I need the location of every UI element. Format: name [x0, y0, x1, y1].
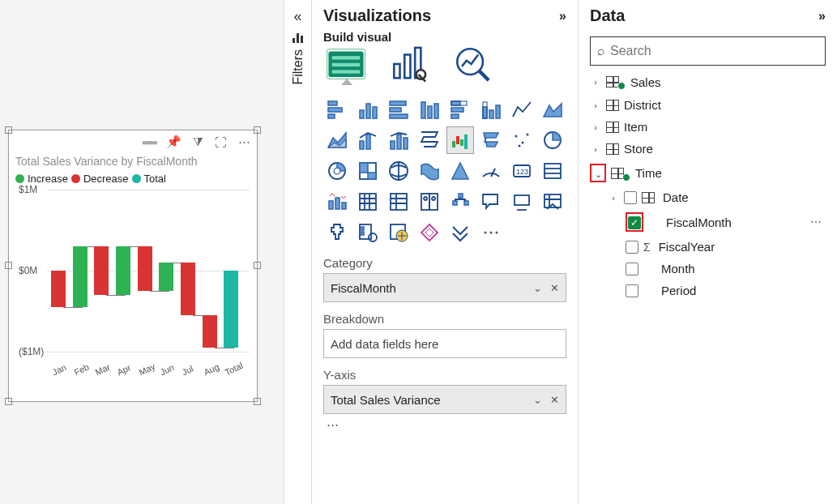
column-row[interactable]: ✓FiscalMonth⋯ — [590, 212, 826, 232]
waterfall-bar[interactable] — [224, 190, 238, 352]
column-row[interactable]: ›Date — [590, 190, 826, 204]
waterfall-bar[interactable] — [203, 190, 217, 352]
column-row[interactable]: Period — [590, 284, 826, 297]
data-search-box[interactable]: ⌕ — [590, 36, 826, 66]
chevron-down-icon[interactable]: ⌄ — [533, 394, 542, 406]
data-search-input[interactable] — [610, 44, 818, 58]
chevron-right-icon[interactable]: › — [608, 193, 619, 203]
tab-analytics[interactable] — [453, 49, 492, 79]
viz-type-button[interactable] — [477, 219, 505, 246]
chevron-right-icon[interactable]: › — [590, 77, 601, 87]
viz-type-button[interactable] — [323, 219, 351, 246]
viz-type-button[interactable] — [539, 157, 566, 185]
resize-handle-sw[interactable] — [5, 398, 12, 405]
column-row[interactable]: Month — [590, 262, 826, 275]
viz-type-button[interactable] — [477, 157, 505, 185]
viz-type-button[interactable] — [354, 188, 382, 216]
table-row[interactable]: ›District — [590, 98, 826, 112]
field-checkbox[interactable] — [626, 284, 638, 297]
viz-type-button[interactable] — [508, 96, 536, 123]
visual-drilldown-icon[interactable]: ══ — [143, 135, 155, 149]
viz-type-button[interactable] — [477, 96, 505, 123]
field-checkbox[interactable] — [626, 241, 638, 254]
table-row[interactable]: ›Store — [590, 142, 826, 156]
viz-type-button[interactable] — [323, 126, 351, 154]
viz-type-button[interactable] — [477, 188, 505, 216]
tab-build-visual[interactable] — [327, 49, 365, 79]
breakdown-field-well[interactable]: Add data fields here — [323, 329, 566, 358]
resize-handle-nw[interactable] — [5, 126, 12, 134]
report-canvas[interactable]: ══ 📌 ⧩ ⛶ ⋯ Total Sales Variance by Fisca… — [0, 0, 284, 504]
more-options-icon[interactable]: ⋯ — [323, 417, 566, 432]
legend-label: Increase — [28, 173, 68, 185]
viz-type-button[interactable] — [385, 126, 412, 154]
viz-type-button[interactable] — [385, 219, 412, 246]
waterfall-bar[interactable] — [73, 190, 88, 352]
viz-type-button[interactable] — [354, 96, 382, 123]
viz-type-button[interactable] — [416, 157, 443, 185]
viz-type-button[interactable] — [323, 96, 351, 123]
resize-handle-ne[interactable] — [254, 126, 261, 134]
filters-pane-collapsed[interactable]: « Filters — [284, 0, 312, 504]
waterfall-visual[interactable]: ══ 📌 ⧩ ⛶ ⋯ Total Sales Variance by Fisca… — [8, 130, 258, 402]
viz-type-button[interactable] — [323, 157, 351, 185]
visual-pin-icon[interactable]: 📌 — [166, 135, 181, 149]
visual-focus-icon[interactable]: ⛶ — [215, 135, 227, 149]
visual-more-icon[interactable]: ⋯ — [238, 135, 250, 149]
resize-handle-e[interactable] — [254, 262, 261, 269]
waterfall-bar[interactable] — [116, 190, 130, 352]
field-checkbox[interactable] — [626, 263, 638, 275]
viz-type-button[interactable] — [446, 96, 474, 123]
chevron-right-icon[interactable]: › — [590, 122, 601, 132]
table-row[interactable]: ›Item — [590, 120, 826, 134]
waterfall-bar[interactable] — [159, 190, 173, 352]
viz-type-button[interactable] — [385, 96, 412, 123]
viz-type-button[interactable] — [539, 188, 566, 216]
resize-handle-se[interactable] — [254, 398, 261, 405]
table-row[interactable]: ›Sales — [590, 74, 826, 90]
collapse-data-icon[interactable]: » — [818, 9, 826, 23]
resize-handle-w[interactable] — [5, 262, 12, 269]
chevron-down-icon[interactable]: ⌄ — [592, 169, 604, 180]
table-row[interactable]: ⌄Time — [590, 164, 826, 182]
visual-filter-icon[interactable]: ⧩ — [193, 135, 203, 149]
field-checkbox[interactable] — [624, 191, 637, 204]
viz-type-button[interactable] — [446, 157, 474, 185]
viz-type-button[interactable] — [323, 188, 351, 216]
viz-type-button[interactable] — [446, 219, 474, 246]
viz-type-button[interactable] — [354, 157, 382, 185]
remove-field-icon[interactable]: ✕ — [550, 394, 559, 406]
viz-type-button[interactable] — [477, 126, 505, 154]
viz-type-button[interactable] — [416, 188, 443, 216]
viz-type-button[interactable] — [354, 219, 382, 246]
viz-type-button[interactable] — [385, 188, 412, 216]
column-more-icon[interactable]: ⋯ — [810, 216, 826, 229]
viz-type-button[interactable] — [446, 188, 474, 216]
chevron-right-icon[interactable]: › — [590, 144, 601, 154]
viz-type-button[interactable] — [539, 96, 566, 123]
yaxis-field-well[interactable]: Total Sales Variance ⌄ ✕ — [323, 385, 566, 414]
viz-type-button[interactable]: 123 — [508, 157, 536, 185]
viz-type-button[interactable] — [539, 126, 566, 154]
expand-pane-icon[interactable]: « — [293, 8, 301, 25]
chevron-right-icon[interactable]: › — [590, 100, 601, 110]
waterfall-bar[interactable] — [181, 190, 195, 352]
viz-type-button[interactable] — [416, 126, 443, 154]
collapse-visualizations-icon[interactable]: » — [559, 9, 566, 23]
viz-type-button[interactable] — [416, 96, 443, 123]
remove-field-icon[interactable]: ✕ — [550, 282, 559, 294]
viz-type-button[interactable] — [416, 219, 443, 246]
column-row[interactable]: ΣFiscalYear — [590, 240, 826, 254]
chevron-down-icon[interactable]: ⌄ — [533, 282, 542, 294]
waterfall-bar[interactable] — [51, 190, 66, 352]
viz-type-button[interactable] — [508, 126, 536, 154]
viz-type-button[interactable] — [385, 157, 412, 185]
waterfall-bar[interactable] — [94, 190, 109, 352]
viz-type-button[interactable] — [354, 126, 382, 154]
category-field-well[interactable]: FiscalMonth ⌄ ✕ — [323, 273, 566, 302]
waterfall-bar[interactable] — [138, 190, 152, 352]
field-checkbox[interactable]: ✓ — [628, 216, 641, 229]
viz-type-button[interactable] — [508, 188, 536, 216]
tab-format-visual[interactable] — [390, 49, 429, 79]
viz-type-button[interactable] — [446, 126, 474, 154]
